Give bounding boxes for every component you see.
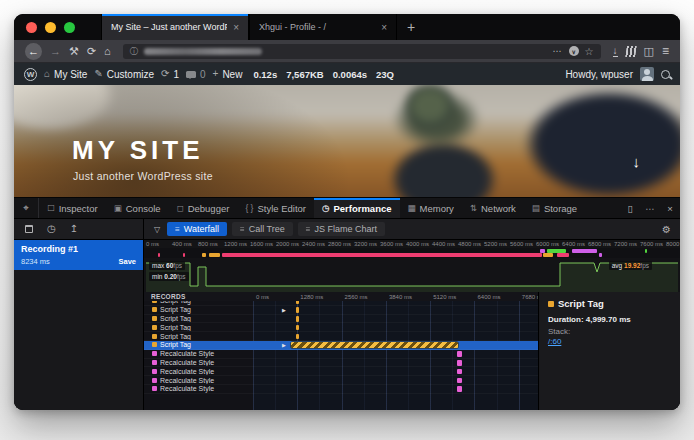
devtools-more-icon[interactable]: ⋯ <box>640 203 660 214</box>
style-swatch <box>152 360 157 365</box>
tab-label: Console <box>126 203 161 214</box>
devtools-tab-network[interactable]: ⇅Network <box>462 198 524 218</box>
scroll-down-icon[interactable]: ↓ <box>633 153 641 170</box>
close-window-button[interactable] <box>26 22 37 33</box>
reload-icon[interactable]: ⟳ <box>87 46 96 57</box>
performance-panel: Recording #1 8234 ms Save 0 ms400 ms800 … <box>14 240 680 410</box>
tab-label: Style Editor <box>257 203 306 214</box>
view-label: Call Tree <box>249 224 285 234</box>
record-icon[interactable]: ◷ <box>47 224 56 234</box>
record-label: Script Tag <box>144 341 253 349</box>
filter-icon[interactable]: ▽ <box>154 225 160 234</box>
tab-label: Performance <box>333 203 391 214</box>
overview-mark-pink <box>222 253 541 257</box>
pocket-icon[interactable]: ∨ <box>569 46 579 56</box>
search-icon[interactable] <box>661 70 670 79</box>
gear-icon[interactable]: ⚙ <box>662 224 680 235</box>
overview-mark-green <box>547 249 566 253</box>
forward-icon[interactable]: → <box>50 46 61 57</box>
stack-frame-link[interactable]: /:60 <box>548 337 671 346</box>
adminbar-updates[interactable]: ⟳ 1 <box>161 69 179 80</box>
adminbar-site[interactable]: ⌂ My Site <box>44 69 87 80</box>
bookmark-star-icon[interactable]: ☆ <box>585 46 594 57</box>
record-lane <box>253 301 538 305</box>
howdy-account[interactable]: Howdy, wpuser <box>565 69 633 80</box>
record-row-style[interactable]: Recalculate Style <box>144 376 538 385</box>
overview-mark-orange <box>543 253 553 257</box>
detail-title: Script Tag <box>558 298 604 309</box>
devtools-tab-memory[interactable]: ▦Memory <box>400 198 462 218</box>
record-name: Script Tag <box>160 341 191 348</box>
browser-tab[interactable]: My Site – Just another WordPress s× <box>101 14 249 40</box>
record-row-style[interactable]: Recalculate Style <box>144 385 538 394</box>
menu-icon[interactable]: ≡ <box>662 45 669 57</box>
zoom-window-button[interactable] <box>64 22 75 33</box>
record-row-script[interactable]: Script Tag <box>144 323 538 332</box>
devtools-tab-style-editor[interactable]: { }Style Editor <box>237 198 314 218</box>
home-icon: ⌂ <box>44 69 50 79</box>
performance-toolbar: ◷ ↥ ▽ ≡Waterfall≡Call Tree≡JS Flame Char… <box>14 218 680 240</box>
record-row-script[interactable]: Script Tag <box>144 332 538 341</box>
fps-min-badge: min 0.20fps <box>149 272 189 281</box>
save-recording-link[interactable]: Save <box>118 257 136 266</box>
recording-duration: 8234 ms <box>21 257 50 266</box>
library-icon[interactable] <box>625 46 637 57</box>
back-icon[interactable]: ← <box>25 43 42 60</box>
record-name: Recalculate Style <box>160 377 214 384</box>
framerate-overview[interactable]: max 60fps min 0.20fps avg 19.92fps <box>144 258 680 293</box>
record-row-style[interactable]: Recalculate Style <box>144 350 538 359</box>
overview-mark-violet <box>572 249 597 253</box>
new-tab-button[interactable]: + <box>397 14 425 40</box>
updates-count: 1 <box>173 69 179 80</box>
tab-label: Inspector <box>59 203 98 214</box>
overview-tick: 3600 ms <box>380 241 403 247</box>
site-title[interactable]: MY SITE <box>72 135 204 166</box>
style-editor-icon: { } <box>245 203 253 213</box>
pick-element-icon[interactable]: ⌖ <box>14 198 39 218</box>
record-name: Recalculate Style <box>160 350 214 357</box>
recording-item[interactable]: Recording #1 8234 ms Save <box>14 240 143 270</box>
tab-close-icon[interactable]: × <box>233 22 239 33</box>
record-row-script[interactable]: Script Tag <box>144 315 538 324</box>
responsive-mode-icon[interactable]: ▯ <box>620 203 640 214</box>
browser-tab[interactable]: Xhgui - Profile - /× <box>249 14 397 40</box>
view-call-tree[interactable]: ≡Call Tree <box>232 222 293 236</box>
record-row-script[interactable]: Script Tag▶ <box>144 306 538 315</box>
view-js-flame-chart[interactable]: ≡JS Flame Chart <box>298 222 385 236</box>
script-swatch <box>152 307 157 312</box>
devtools-tab-console[interactable]: ▣Console <box>106 198 169 218</box>
clear-recordings-icon[interactable] <box>25 225 33 233</box>
expand-icon[interactable]: ▶ <box>282 307 286 313</box>
devtools-tab-debugger[interactable]: ◻Debugger <box>169 198 238 218</box>
site-info-icon[interactable]: ⓘ <box>130 46 138 57</box>
adminbar-customize[interactable]: ✎ Customize <box>94 69 154 80</box>
wordpress-logo-icon[interactable]: W <box>24 68 37 81</box>
devtools-tab-storage[interactable]: ▤Storage <box>524 198 585 218</box>
devtools-tab-inspector[interactable]: ☐Inspector <box>39 198 106 218</box>
sidebar-toggle-icon[interactable]: ◫ <box>644 46 654 57</box>
overview-mark-violet <box>540 249 545 253</box>
record-row-style[interactable]: Recalculate Style <box>144 367 538 376</box>
wrench-icon[interactable]: ⚒ <box>69 46 79 57</box>
script-swatch <box>152 334 157 339</box>
url-bar[interactable]: ⓘ ⋯ ∨ ☆ <box>123 44 601 59</box>
devtools-right-buttons: ▯ ⋯ × <box>620 198 680 218</box>
downloads-icon[interactable]: ↓ <box>613 46 618 57</box>
minimize-window-button[interactable] <box>45 22 56 33</box>
overview-tick: 2800 ms <box>328 241 351 247</box>
expand-icon[interactable]: ▶ <box>282 342 286 348</box>
detail-tick: 6400 ms <box>478 294 501 300</box>
home-icon[interactable]: ⌂ <box>104 46 111 57</box>
page-actions-icon[interactable]: ⋯ <box>553 46 563 56</box>
record-row-style[interactable]: Recalculate Style <box>144 359 538 368</box>
record-row-script[interactable]: Script Tag▶ <box>144 341 538 350</box>
devtools-tab-performance[interactable]: ◷Performance <box>314 198 400 218</box>
tab-close-icon[interactable]: × <box>381 22 387 33</box>
view-waterfall[interactable]: ≡Waterfall <box>167 222 227 236</box>
devtools-close-icon[interactable]: × <box>660 203 680 214</box>
adminbar-comments[interactable]: 0 <box>186 69 206 80</box>
import-recording-icon[interactable]: ↥ <box>70 224 78 234</box>
adminbar-new[interactable]: + New <box>213 69 243 80</box>
avatar[interactable] <box>640 67 654 81</box>
overview-tick: 6800 ms <box>588 241 611 247</box>
